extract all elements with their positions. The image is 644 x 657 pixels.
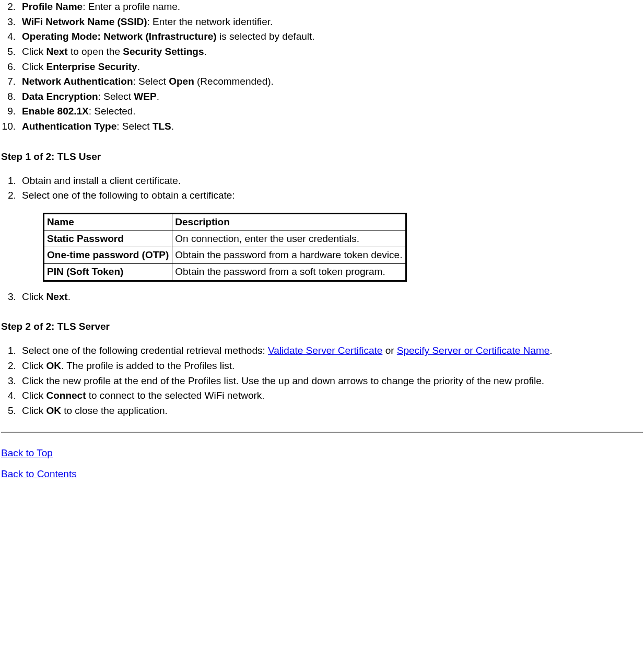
bold-text: Open [169, 76, 194, 87]
bold-text: WiFi Network Name (SSID) [22, 16, 147, 27]
list-item: Click Next. [19, 290, 643, 304]
validate-server-certificate-link[interactable]: Validate Server Certificate [268, 345, 382, 356]
bold-text: Data Encryption [22, 91, 98, 102]
list-item: Enable 802.1X: Selected. [19, 105, 643, 118]
list-item: Select one of the following credential r… [19, 344, 643, 358]
certificate-table: Name Description Static Password On conn… [43, 213, 407, 282]
step2-heading: Step 2 of 2: TLS Server [1, 321, 643, 332]
table-row: Static Password On connection, enter the… [44, 230, 406, 247]
specify-server-or-certificate-name-link[interactable]: Specify Server or Certificate Name [397, 345, 550, 356]
bold-text: Next [46, 46, 67, 57]
bold-text: Connect [46, 390, 86, 401]
list-item: Click Next to open the Security Settings… [19, 45, 643, 59]
horizontal-separator [1, 432, 643, 433]
list-item: Authentication Type: Select TLS. [19, 120, 643, 133]
back-to-contents-link[interactable]: Back to Contents [1, 468, 77, 479]
list-item: Profile Name: Enter a profile name. [19, 0, 643, 14]
table-cell-name: PIN (Soft Token) [44, 263, 172, 281]
list-item: Click Enterprise Security. [19, 60, 643, 74]
table-cell-name: One-time password (OTP) [44, 247, 172, 264]
list-item: Operating Mode: Network (Infrastructure)… [19, 30, 643, 43]
bold-text: Enable 802.1X [22, 106, 89, 117]
table-header-row: Name Description [44, 214, 406, 231]
step2-list: Select one of the following credential r… [1, 344, 643, 417]
bold-text: Operating Mode: Network (Infrastructure) [22, 31, 217, 42]
list-item: Click OK to close the application. [19, 404, 643, 418]
step1-list: Obtain and install a client certificate.… [1, 174, 643, 303]
numbered-list-top: Profile Name: Enter a profile name. WiFi… [1, 0, 643, 133]
table-cell-desc: Obtain the password from a hardware toke… [172, 247, 406, 264]
list-item: WiFi Network Name (SSID): Enter the netw… [19, 15, 643, 29]
list-item: Select one of the following to obtain a … [19, 189, 643, 281]
list-item: Click the new profile at the end of the … [19, 374, 643, 388]
table-header-name: Name [44, 214, 172, 231]
list-item: Click Connect to connect to the selected… [19, 389, 643, 402]
table-header-desc: Description [172, 214, 406, 231]
bold-text: OK [46, 360, 61, 371]
list-item: Data Encryption: Select WEP. [19, 90, 643, 103]
list-item: Obtain and install a client certificate. [19, 174, 643, 188]
bold-text: Enterprise Security [46, 61, 137, 72]
bold-text: Network Authentication [22, 76, 133, 87]
bold-text: TLS [153, 121, 171, 132]
bold-text: Security Settings [123, 46, 204, 57]
step1-heading: Step 1 of 2: TLS User [1, 151, 643, 163]
bold-text: Next [46, 291, 67, 302]
table-row: One-time password (OTP) Obtain the passw… [44, 247, 406, 264]
bold-text: WEP [134, 91, 156, 102]
bold-text: Profile Name [22, 1, 83, 12]
table-cell-desc: Obtain the password from a soft token pr… [172, 263, 406, 281]
table-cell-desc: On connection, enter the user credential… [172, 230, 406, 247]
end-links: Back to Top Back to Contents [1, 447, 643, 480]
bold-text: OK [46, 405, 61, 416]
list-item: Network Authentication: Select Open (Rec… [19, 75, 643, 88]
table-cell-name: Static Password [44, 230, 172, 247]
back-to-top-link[interactable]: Back to Top [1, 447, 53, 458]
bold-text: Authentication Type [22, 121, 116, 132]
table-row: PIN (Soft Token) Obtain the password fro… [44, 263, 406, 281]
list-item: Click OK. The profile is added to the Pr… [19, 359, 643, 373]
